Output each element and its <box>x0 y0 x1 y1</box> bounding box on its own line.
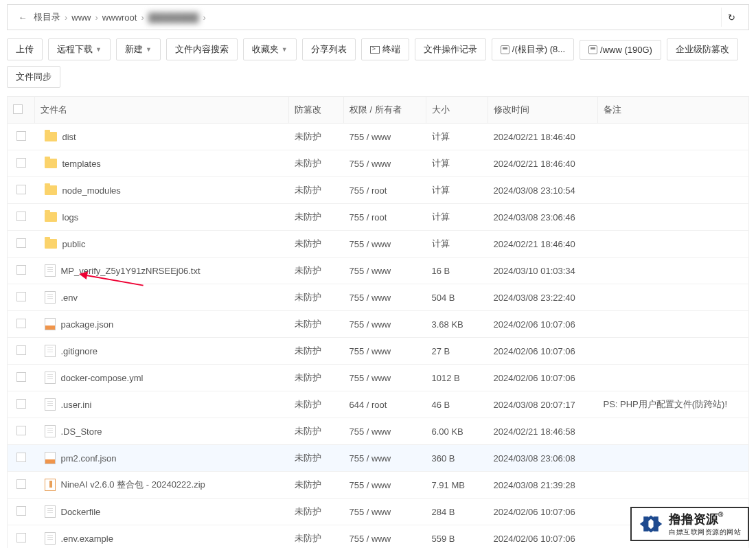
col-protect[interactable]: 防篡改 <box>289 97 344 124</box>
table-row[interactable]: logs未防护755 / root计算2024/03/08 23:06:46 <box>8 204 749 231</box>
col-filename[interactable]: 文件名 <box>35 97 289 124</box>
file-size[interactable]: 计算 <box>426 231 488 258</box>
file-name[interactable]: .DS_Store <box>61 426 102 437</box>
permission-owner[interactable]: 755 / www <box>344 231 426 258</box>
back-icon[interactable]: ← <box>14 12 31 23</box>
row-checkbox[interactable] <box>16 292 26 301</box>
file-name[interactable]: .env <box>61 293 78 303</box>
table-row[interactable]: NineAI v2.6.0 整合包 - 20240222.zip未防护755 /… <box>8 472 749 499</box>
favorites-button[interactable]: 收藏夹▼ <box>243 38 297 60</box>
protect-status: 未防护 <box>289 391 344 418</box>
col-size[interactable]: 大小 <box>426 97 488 124</box>
terminal-button[interactable]: 终端 <box>361 38 409 60</box>
file-name[interactable]: .gitignore <box>61 346 98 356</box>
modified-time: 2024/03/08 23:06:46 <box>488 204 598 231</box>
permission-owner[interactable]: 755 / www <box>344 499 426 525</box>
table-row[interactable]: templates未防护755 / www计算2024/02/21 18:46:… <box>8 150 749 177</box>
file-name[interactable]: logs <box>62 212 79 222</box>
file-size[interactable]: 计算 <box>426 177 488 204</box>
enterprise-button[interactable]: 企业级防篡改 <box>667 38 738 60</box>
upload-button[interactable]: 上传 <box>7 38 43 60</box>
sync-button[interactable]: 文件同步 <box>7 66 60 88</box>
modified-time: 2024/02/06 10:07:06 <box>488 365 598 391</box>
col-note[interactable]: 备注 <box>598 97 749 124</box>
modified-time: 2024/02/06 10:07:06 <box>488 311 598 338</box>
row-checkbox[interactable] <box>16 319 26 328</box>
file-name[interactable]: NineAI v2.6.0 整合包 - 20240222.zip <box>61 479 205 491</box>
permission-owner[interactable]: 755 / www <box>344 338 426 365</box>
table-row[interactable]: docker-compose.yml未防护755 / www1012 B2024… <box>8 365 749 391</box>
permission-owner[interactable]: 755 / root <box>344 204 426 231</box>
table-row[interactable]: .DS_Store未防护755 / www6.00 KB2024/02/21 1… <box>8 418 749 445</box>
new-button[interactable]: 新建▼ <box>116 38 161 60</box>
permission-owner[interactable]: 755 / www <box>344 150 426 177</box>
row-checkbox[interactable] <box>16 345 26 355</box>
table-row[interactable]: node_modules未防护755 / root计算2024/03/08 23… <box>8 177 749 204</box>
refresh-icon[interactable]: ↻ <box>721 8 742 27</box>
file-name[interactable]: docker-compose.yml <box>61 373 144 383</box>
file-history-button[interactable]: 文件操作记录 <box>415 38 486 60</box>
table-row[interactable]: .user.ini未防护644 / root46 B2024/03/08 20:… <box>8 391 749 418</box>
file-name[interactable]: MP_verify_Z5y1Y91zNRSEEj06.txt <box>61 266 201 276</box>
col-permission[interactable]: 权限 / 所有者 <box>344 97 426 124</box>
row-checkbox[interactable] <box>16 372 26 382</box>
file-name[interactable]: pm2.conf.json <box>61 453 117 464</box>
table-row[interactable]: dist未防护755 / www计算2024/02/21 18:46:40 <box>8 124 749 150</box>
permission-owner[interactable]: 755 / www <box>344 258 426 284</box>
file-size[interactable]: 计算 <box>426 204 488 231</box>
row-checkbox[interactable] <box>16 265 26 275</box>
permission-owner[interactable]: 755 / www <box>344 472 426 499</box>
permission-owner[interactable]: 755 / www <box>344 418 426 445</box>
file-name[interactable]: public <box>62 239 86 249</box>
file-note <box>598 418 749 445</box>
share-list-button[interactable]: 分享列表 <box>302 38 356 60</box>
protect-status: 未防护 <box>289 177 344 204</box>
file-name[interactable]: node_modules <box>62 185 121 196</box>
search-button[interactable]: 文件内容搜索 <box>166 38 238 60</box>
permission-owner[interactable]: 755 / www <box>344 445 426 472</box>
permission-owner[interactable]: 755 / www <box>344 124 426 150</box>
file-icon <box>45 372 56 384</box>
file-size[interactable]: 计算 <box>426 150 488 177</box>
crumb-wwwroot[interactable]: wwwroot <box>100 12 140 23</box>
row-checkbox[interactable] <box>16 506 26 516</box>
file-size[interactable]: 计算 <box>426 124 488 150</box>
permission-owner[interactable]: 755 / www <box>344 311 426 338</box>
row-checkbox[interactable] <box>16 426 26 435</box>
permission-owner[interactable]: 755 / www <box>344 365 426 391</box>
file-name[interactable]: templates <box>62 159 101 169</box>
row-checkbox[interactable] <box>16 158 26 168</box>
permission-owner[interactable]: 755 / www <box>344 525 426 549</box>
row-checkbox[interactable] <box>16 479 26 489</box>
chevron-right-icon: › <box>201 12 207 23</box>
row-checkbox[interactable] <box>16 399 26 409</box>
col-modified[interactable]: 修改时间 <box>488 97 598 124</box>
crumb-blurred[interactable]: ████████ <box>146 12 202 23</box>
permission-owner[interactable]: 644 / root <box>344 391 426 418</box>
table-row[interactable]: package.json未防护755 / www3.68 KB2024/02/0… <box>8 311 749 338</box>
row-checkbox[interactable] <box>16 212 26 221</box>
table-row[interactable]: public未防护755 / www计算2024/02/21 18:46:40 <box>8 231 749 258</box>
table-row[interactable]: .env未防护755 / www504 B2024/03/08 23:22:40 <box>8 284 749 311</box>
disk-www-button[interactable]: /www (190G) <box>580 40 661 60</box>
crumb-root[interactable]: 根目录 <box>31 11 63 23</box>
permission-owner[interactable]: 755 / root <box>344 177 426 204</box>
table-row[interactable]: .gitignore未防护755 / www27 B2024/02/06 10:… <box>8 338 749 365</box>
file-name[interactable]: .env.example <box>61 534 113 544</box>
file-name[interactable]: Dockerfile <box>61 507 101 517</box>
row-checkbox[interactable] <box>16 131 26 141</box>
file-name[interactable]: package.json <box>61 319 114 330</box>
permission-owner[interactable]: 755 / www <box>344 284 426 311</box>
disk-root-button[interactable]: /(根目录) (8... <box>492 38 574 60</box>
row-checkbox[interactable] <box>16 453 26 462</box>
select-all-checkbox[interactable] <box>13 104 23 114</box>
file-name[interactable]: dist <box>62 132 76 142</box>
row-checkbox[interactable] <box>16 533 26 543</box>
remote-download-button[interactable]: 远程下载▼ <box>48 38 111 60</box>
table-row[interactable]: pm2.conf.json未防护755 / www360 B2024/03/08… <box>8 445 749 472</box>
table-row[interactable]: MP_verify_Z5y1Y91zNRSEEj06.txt未防护755 / w… <box>8 258 749 284</box>
file-name[interactable]: .user.ini <box>61 400 92 410</box>
row-checkbox[interactable] <box>16 185 26 194</box>
row-checkbox[interactable] <box>16 238 26 248</box>
crumb-www[interactable]: www <box>69 12 93 23</box>
